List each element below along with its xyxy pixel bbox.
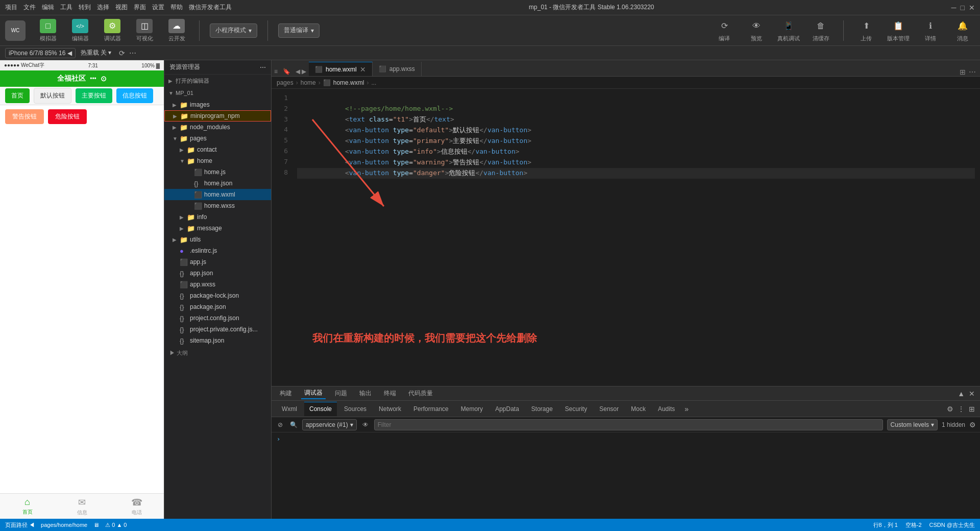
menu-item-view[interactable]: 视图 bbox=[115, 3, 128, 12]
devtools-more-tabs-icon[interactable]: » bbox=[682, 405, 691, 413]
eye-icon[interactable]: 👁 bbox=[361, 420, 370, 429]
breadcrumb-home[interactable]: home bbox=[301, 79, 316, 86]
menu-item-project[interactable]: 项目 bbox=[5, 3, 17, 12]
tree-item-utils[interactable]: ▶ 📁 utils bbox=[164, 234, 271, 245]
tree-item-miniprogram-npm[interactable]: ▶ 📁 miniprogram_npm bbox=[164, 110, 271, 122]
breadcrumb-more[interactable]: ... bbox=[371, 79, 376, 86]
mode-dropdown[interactable]: 小程序模式 ▾ bbox=[210, 23, 257, 38]
devtools-tab-security[interactable]: Security bbox=[560, 402, 592, 416]
tab-app-wxss[interactable]: ⬛ app.wxss bbox=[373, 62, 422, 76]
tab-home-wxml[interactable]: ⬛ home.wxml ✕ bbox=[309, 62, 373, 76]
mp01-section[interactable]: ▼ MP_01 bbox=[164, 87, 271, 99]
console-settings-icon[interactable]: ⚙ bbox=[969, 421, 976, 429]
devtools-tab-storage[interactable]: Storage bbox=[526, 402, 558, 416]
bottom-nav-info[interactable]: ✉ 信息 bbox=[55, 494, 109, 519]
editor-more-icon[interactable]: ⋯ bbox=[969, 68, 976, 76]
tree-item-app-js[interactable]: ▶ ⬛ app.js bbox=[164, 256, 271, 268]
tree-item-sitemap[interactable]: ▶ {} sitemap.json bbox=[164, 335, 271, 346]
devtools-tab-memory[interactable]: Memory bbox=[456, 402, 488, 416]
refresh-icon[interactable]: ⟳ bbox=[119, 49, 125, 57]
back-icon[interactable]: ◀ bbox=[296, 68, 300, 75]
messages-button[interactable]: 🔔 消息 bbox=[950, 19, 975, 42]
tree-item-home-wxml[interactable]: ▶ ⬛ home.wxml bbox=[164, 189, 271, 200]
devtools-tab-appdata[interactable]: AppData bbox=[490, 402, 524, 416]
bottom-nav-home[interactable]: ⌂ 首页 bbox=[0, 494, 55, 519]
tab-primary[interactable]: 主要按钮 bbox=[76, 88, 112, 103]
compile-dropdown[interactable]: 普通编译 ▾ bbox=[278, 23, 320, 38]
tree-item-home[interactable]: ▼ 📁 home bbox=[164, 155, 271, 166]
tree-item-project-config[interactable]: ▶ {} project.config.json bbox=[164, 312, 271, 324]
breadcrumb-pages[interactable]: pages bbox=[277, 79, 293, 86]
tree-item-home-wxss[interactable]: ▶ ⬛ home.wxss bbox=[164, 200, 271, 211]
tree-item-pkg[interactable]: ▶ {} package.json bbox=[164, 301, 271, 312]
version-button[interactable]: 📋 版本管理 bbox=[886, 19, 911, 42]
menu-item-ui[interactable]: 界面 bbox=[134, 3, 146, 12]
file-tree-more-icon[interactable]: ⋯ bbox=[260, 64, 266, 71]
tab-default[interactable]: 默认按钮 bbox=[34, 88, 71, 104]
bottom-nav-phone[interactable]: ☎ 电话 bbox=[109, 494, 164, 519]
tab-home[interactable]: 首页 bbox=[5, 88, 30, 103]
cloud-button[interactable]: ☁ 云开发 bbox=[164, 19, 189, 42]
tab-info[interactable]: 信息按钮 bbox=[116, 88, 153, 103]
forward-icon[interactable]: ▶ bbox=[302, 68, 306, 75]
log-level-select[interactable]: Custom levels ▾ bbox=[887, 419, 938, 430]
upload-button[interactable]: ⬆ 上传 bbox=[854, 19, 878, 42]
debugger-tab[interactable]: 调试器 bbox=[301, 388, 326, 399]
real-debug-button[interactable]: 📱 真机调试 bbox=[776, 19, 801, 42]
code-lines[interactable]: <!--pages/home/home.wxml--> <text class=… bbox=[292, 89, 980, 386]
build-tab[interactable]: 构建 bbox=[277, 388, 295, 399]
breadcrumb-wxml[interactable]: home.wxml bbox=[333, 79, 364, 86]
details-button[interactable]: ℹ 详情 bbox=[918, 19, 943, 42]
devtools-tab-audits[interactable]: Audits bbox=[653, 402, 680, 416]
tree-item-info[interactable]: ▶ 📁 info bbox=[164, 211, 271, 223]
devtools-tab-mock[interactable]: Mock bbox=[626, 402, 651, 416]
lines-icon[interactable]: ≡ bbox=[274, 68, 278, 75]
preview-button[interactable]: 👁 预览 bbox=[744, 19, 769, 42]
panel-close-icon[interactable]: ✕ bbox=[969, 390, 975, 398]
tree-item-project-private[interactable]: ▶ {} project.private.config.js... bbox=[164, 324, 271, 335]
menu-item-file[interactable]: 文件 bbox=[23, 3, 36, 12]
device-selector[interactable]: iPhone 6/7/8 85% 16 ◀ bbox=[5, 48, 76, 58]
tree-item-app-wxss[interactable]: ▶ ⬛ app.wxss bbox=[164, 279, 271, 290]
problems-tab[interactable]: 问题 bbox=[332, 388, 350, 399]
devtools-dots-icon[interactable]: ⋮ bbox=[958, 405, 965, 413]
tree-item-app-json[interactable]: ▶ {} app.json bbox=[164, 268, 271, 279]
maximize-button[interactable]: □ bbox=[961, 4, 965, 12]
page-path-label[interactable]: 页面路径 ◀ bbox=[5, 521, 35, 529]
bookmark-icon[interactable]: 🔖 bbox=[283, 68, 290, 75]
tree-item-contact[interactable]: ▶ 📁 contact bbox=[164, 144, 271, 155]
menu-item-goto[interactable]: 转到 bbox=[79, 3, 91, 12]
split-editor-icon[interactable]: ⊞ bbox=[960, 68, 966, 76]
menu-item-edit[interactable]: 编辑 bbox=[42, 3, 54, 12]
appservice-select[interactable]: appservice (#1) ▾ bbox=[302, 419, 357, 430]
menu-item-tools[interactable]: 工具 bbox=[60, 3, 72, 12]
devtools-tab-performance[interactable]: Performance bbox=[408, 402, 454, 416]
close-button[interactable]: ✕ bbox=[969, 4, 975, 12]
menu-item-settings[interactable]: 设置 bbox=[152, 3, 164, 12]
simulator-button[interactable]: □ 模拟器 bbox=[36, 19, 60, 42]
open-editors-section[interactable]: ▶ 打开的编辑器 bbox=[164, 75, 271, 87]
code-quality-tab[interactable]: 代码质量 bbox=[405, 388, 436, 399]
filter-input[interactable] bbox=[374, 419, 883, 430]
devtools-tab-sources[interactable]: Sources bbox=[339, 402, 372, 416]
menu-item-devtools[interactable]: 微信开发者工具 bbox=[189, 3, 232, 12]
menu-item-select[interactable]: 选择 bbox=[97, 3, 109, 12]
tree-item-message[interactable]: ▶ 📁 message bbox=[164, 223, 271, 234]
compile-button[interactable]: ⟳ 编译 bbox=[712, 19, 737, 42]
filter-icon[interactable]: 🔍 bbox=[289, 420, 298, 429]
output-tab[interactable]: 输出 bbox=[356, 388, 375, 399]
big-outline-section[interactable]: ▶ 大纲 bbox=[164, 346, 271, 360]
debugger-button[interactable]: ⚙ 调试器 bbox=[100, 19, 125, 42]
clear-cache-button[interactable]: 🗑 清缓存 bbox=[808, 19, 833, 42]
menu-item-help[interactable]: 帮助 bbox=[170, 3, 183, 12]
minimize-button[interactable]: ─ bbox=[951, 4, 957, 12]
panel-up-icon[interactable]: ▲ bbox=[958, 390, 965, 398]
devtools-tab-network[interactable]: Network bbox=[374, 402, 406, 416]
devtools-tab-sensor[interactable]: Sensor bbox=[594, 402, 624, 416]
tree-item-home-json[interactable]: ▶ {} home.json bbox=[164, 178, 271, 189]
tree-item-pkg-lock[interactable]: ▶ {} package-lock.json bbox=[164, 290, 271, 301]
editor-button[interactable]: </> 编辑器 bbox=[68, 19, 92, 42]
terminal-tab[interactable]: 终端 bbox=[381, 388, 399, 399]
btn-danger[interactable]: 危险按钮 bbox=[48, 109, 87, 124]
more-icon[interactable]: ⋯ bbox=[129, 49, 136, 57]
